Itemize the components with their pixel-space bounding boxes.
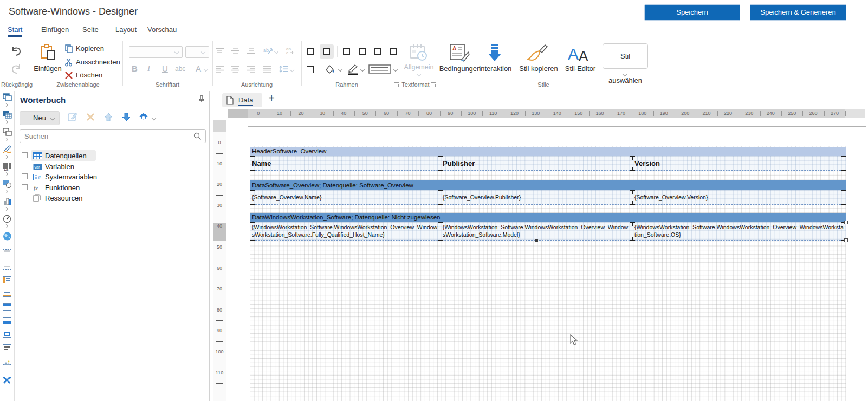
word-wrap-icon[interactable]: abc (286, 46, 295, 55)
tree-item-datenquellen[interactable]: Datenquellen (15, 150, 210, 161)
strikethrough-button[interactable]: abc (175, 65, 185, 73)
bold-button[interactable]: B (132, 64, 138, 73)
search-icon[interactable] (193, 132, 202, 140)
style-editor-icon[interactable]: A A (568, 43, 591, 63)
interaction-icon[interactable] (486, 43, 503, 63)
band-cell[interactable]: {Software_Overview.Name} (250, 190, 441, 204)
border-bottom-button[interactable] (386, 44, 400, 59)
align-middle-icon[interactable] (231, 48, 239, 55)
select-style-dropdown[interactable]: Stil auswählen (603, 43, 648, 69)
resize-handle[interactable] (535, 239, 538, 242)
border-all-button[interactable] (303, 44, 318, 59)
image-component-icon[interactable] (3, 358, 12, 366)
tree-item-ressourcen[interactable]: Ressourcen (15, 192, 210, 203)
align-justify-icon[interactable] (263, 66, 271, 73)
band-cell[interactable]: {WindowsWorkstation_Software.WindowsWork… (250, 222, 441, 240)
expand-plus-icon[interactable] (22, 152, 28, 158)
bands-expand-icon[interactable] (4, 103, 8, 107)
components-icon[interactable] (3, 128, 12, 136)
save-button[interactable]: Speichern (644, 4, 740, 21)
band-cell[interactable]: Version (632, 156, 846, 170)
group-band-icon[interactable] (3, 263, 12, 271)
band-header[interactable]: DataWindowsWorkstation_Software; Datenqu… (250, 213, 846, 222)
cross-bands-expand-icon[interactable] (4, 120, 8, 124)
chevron-down-icon[interactable] (360, 67, 365, 72)
search-input[interactable] (24, 132, 187, 141)
map-icon[interactable] (3, 232, 12, 240)
page-tab-data[interactable]: Data (222, 93, 262, 107)
header-band-icon[interactable] (3, 303, 12, 312)
chevron-down-icon[interactable] (338, 67, 342, 72)
chevron-down-icon[interactable] (393, 67, 398, 72)
cut-button[interactable]: Ausschneiden (76, 58, 120, 66)
signature-expand-icon[interactable] (4, 155, 8, 159)
tab-layout[interactable]: Layout (115, 25, 137, 34)
delete-item-icon[interactable] (86, 112, 98, 124)
bands-icon[interactable] (3, 93, 12, 101)
page-header-band-icon[interactable] (3, 249, 12, 257)
cross-bands-icon[interactable] (3, 111, 12, 119)
signature-icon[interactable] (3, 145, 12, 153)
line-spacing-icon[interactable] (279, 65, 288, 73)
chevron-down-icon[interactable] (274, 49, 278, 54)
band-cell[interactable]: {Software_Overview.Version} (632, 190, 846, 204)
text-format-calendar-icon[interactable] (408, 43, 429, 62)
band-cell[interactable]: {WindowsWorkstation_Software.WindowsWork… (441, 222, 632, 240)
textformat-dialog-launcher-icon[interactable] (431, 82, 436, 87)
text-component-icon[interactable] (3, 344, 12, 352)
copy-style-button[interactable]: Stil kopieren (516, 64, 561, 73)
band-cell[interactable]: {Software_Overview.Publisher} (441, 190, 632, 204)
fill-color-icon[interactable] (325, 64, 336, 74)
chevron-down-icon[interactable] (204, 67, 208, 72)
border-top-button[interactable] (371, 44, 385, 59)
chart-icon[interactable] (3, 197, 12, 205)
edit-icon[interactable] (68, 112, 80, 124)
align-center-icon[interactable] (231, 66, 239, 73)
gauge-expand-icon[interactable] (4, 224, 8, 228)
border-left-button[interactable] (340, 44, 354, 59)
style-editor-button[interactable]: Stil-Editor (563, 64, 597, 73)
conditions-icon[interactable]: A (449, 43, 470, 63)
expand-plus-icon[interactable] (22, 173, 28, 179)
align-top-icon[interactable] (216, 48, 224, 55)
report-footer-band-icon[interactable] (3, 290, 12, 298)
font-color-button[interactable]: A (196, 64, 201, 73)
chevron-down-icon[interactable] (417, 72, 421, 76)
footer-band-icon[interactable] (3, 317, 12, 325)
cut-icon[interactable] (64, 58, 73, 67)
tab-vorschau[interactable]: Vorschau (147, 25, 177, 34)
border-color-icon[interactable] (347, 64, 359, 75)
barcode-expand-icon[interactable] (4, 172, 8, 176)
tab-seite[interactable]: Seite (82, 25, 99, 34)
resize-handle[interactable] (844, 238, 848, 242)
border-right-button[interactable] (355, 44, 370, 59)
paste-icon[interactable] (39, 43, 57, 62)
add-page-button[interactable]: + (265, 92, 277, 106)
pin-icon[interactable] (198, 95, 205, 103)
italic-button[interactable]: I (147, 64, 150, 73)
move-up-icon[interactable] (103, 112, 115, 124)
underline-button[interactable]: U (162, 64, 168, 73)
resize-handle[interactable] (844, 221, 848, 224)
shapes-icon[interactable] (3, 180, 12, 188)
chevron-down-icon[interactable] (290, 68, 294, 72)
gear-icon[interactable] (138, 112, 150, 124)
chevron-down-icon[interactable] (152, 116, 156, 120)
text-rotation-icon[interactable]: ab (263, 47, 273, 55)
copy-icon[interactable] (64, 44, 73, 53)
new-button[interactable]: Neu (20, 111, 60, 125)
barcode-icon[interactable]: 125 (3, 163, 12, 171)
expand-plus-icon[interactable] (22, 184, 28, 190)
general-format-button[interactable]: Allgemein (401, 63, 436, 71)
components-expand-icon[interactable] (4, 138, 8, 141)
border-none-button[interactable] (320, 44, 334, 59)
band-cell[interactable]: {WindowsWorkstation_Software.WindowsWork… (632, 222, 846, 240)
vertical-ruler[interactable]: 0102030405060708090100110 (213, 120, 226, 401)
tab-einfuegen[interactable]: Einfügen (41, 25, 69, 34)
font-name-select[interactable] (129, 46, 183, 58)
data-band-icon[interactable] (3, 331, 12, 339)
shapes-expand-icon[interactable] (4, 190, 8, 193)
border-inside-button[interactable] (303, 63, 318, 77)
copy-button[interactable]: Kopieren (76, 44, 104, 53)
tree-item-funktionen[interactable]: fxFunktionen (15, 182, 210, 193)
